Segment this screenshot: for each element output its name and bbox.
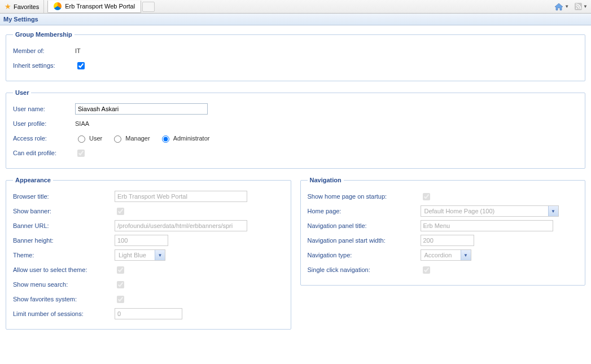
show-search-label: Show menu search: bbox=[13, 281, 115, 288]
nav-type-value: Accordion bbox=[421, 252, 461, 258]
role-manager[interactable]: Manager bbox=[111, 134, 150, 143]
inherit-settings-checkbox[interactable] bbox=[77, 62, 85, 69]
favorites-button[interactable]: ★ Favorites bbox=[0, 0, 44, 13]
show-search-checkbox bbox=[117, 281, 124, 288]
nav-type-select: Accordion ▼ bbox=[421, 249, 471, 261]
browser-tab[interactable]: Erb Transport Web Portal bbox=[47, 1, 141, 13]
role-admin[interactable]: Administrator bbox=[159, 134, 210, 143]
home-button[interactable]: ▼ bbox=[554, 3, 569, 11]
show-banner-checkbox bbox=[117, 208, 124, 215]
home-page-select: Default Home Page (100) ▼ bbox=[421, 205, 559, 217]
home-page-value: Default Home Page (100) bbox=[421, 208, 548, 214]
chevron-down-icon: ▼ bbox=[583, 4, 588, 9]
chevron-down-icon: ▼ bbox=[548, 206, 558, 216]
role-user[interactable]: User bbox=[75, 134, 102, 143]
browser-toolbar: ★ Favorites Erb Transport Web Portal ▼ ▼ bbox=[0, 0, 591, 14]
allow-theme-checkbox bbox=[117, 266, 124, 274]
theme-select: Light Blue ▼ bbox=[115, 249, 165, 261]
member-of-label: Member of: bbox=[13, 47, 75, 54]
appearance-legend: Appearance bbox=[13, 177, 53, 183]
start-width-label: Navigation panel start width: bbox=[308, 237, 421, 244]
tab-title: Erb Transport Web Portal bbox=[65, 3, 135, 10]
browser-title-input bbox=[115, 191, 247, 202]
show-home-checkbox bbox=[423, 193, 430, 200]
role-manager-radio[interactable] bbox=[114, 135, 121, 143]
nav-type-label: Navigation type: bbox=[308, 252, 421, 258]
panel-title-label: Navigation panel title: bbox=[308, 222, 421, 229]
new-tab-button[interactable] bbox=[142, 2, 155, 12]
tab-favicon-icon bbox=[54, 2, 62, 10]
profile-value: SIAA bbox=[75, 120, 89, 127]
show-banner-label: Show banner: bbox=[13, 208, 115, 214]
rss-icon bbox=[575, 3, 582, 10]
can-edit-label: Can edit profile: bbox=[13, 150, 75, 156]
username-label: User name: bbox=[13, 106, 75, 112]
role-user-radio[interactable] bbox=[78, 135, 85, 143]
username-input[interactable] bbox=[75, 103, 208, 115]
show-fav-checkbox bbox=[117, 296, 124, 303]
single-click-label: Single click navigation: bbox=[308, 266, 421, 273]
theme-label: Theme: bbox=[13, 252, 115, 258]
role-admin-radio[interactable] bbox=[162, 135, 169, 143]
group-membership-fieldset: Group Membership Member of: IT Inherit s… bbox=[6, 31, 585, 81]
user-fieldset: User User name: User profile: SIAA Acces… bbox=[6, 89, 585, 169]
banner-url-label: Banner URL: bbox=[13, 222, 115, 229]
single-click-checkbox bbox=[423, 266, 430, 274]
browser-title-label: Browser title: bbox=[13, 193, 115, 200]
home-page-label: Home page: bbox=[308, 208, 421, 214]
favorites-label: Favorites bbox=[14, 3, 39, 10]
user-legend: User bbox=[13, 89, 31, 96]
chevron-down-icon: ▼ bbox=[564, 4, 569, 9]
inherit-settings-label: Inherit settings: bbox=[13, 62, 75, 69]
member-of-value: IT bbox=[75, 47, 81, 54]
profile-label: User profile: bbox=[13, 120, 75, 127]
access-role-radio-group: User Manager Administrator bbox=[75, 134, 209, 143]
svg-point-1 bbox=[576, 7, 577, 9]
access-role-label: Access role: bbox=[13, 135, 75, 142]
navigation-legend: Navigation bbox=[308, 177, 344, 183]
banner-height-input bbox=[115, 235, 168, 246]
can-edit-checkbox bbox=[77, 150, 85, 157]
limit-sessions-label: Limit number of sessions: bbox=[13, 310, 115, 317]
banner-height-label: Banner height: bbox=[13, 237, 115, 244]
show-home-label: Show home page on startup: bbox=[308, 193, 421, 200]
page-title: My Settings bbox=[0, 14, 591, 25]
banner-url-input bbox=[115, 220, 247, 231]
group-membership-legend: Group Membership bbox=[13, 31, 75, 38]
chevron-down-icon: ▼ bbox=[461, 250, 471, 260]
show-fav-label: Show favorites system: bbox=[13, 296, 115, 302]
panel-title-input bbox=[421, 220, 553, 231]
home-icon bbox=[554, 3, 563, 11]
chevron-down-icon: ▼ bbox=[155, 250, 165, 260]
appearance-fieldset: Appearance Browser title: Show banner: B… bbox=[6, 177, 291, 330]
allow-theme-label: Allow user to select theme: bbox=[13, 266, 115, 273]
start-width-input bbox=[421, 235, 474, 246]
content-area: Group Membership Member of: IT Inherit s… bbox=[0, 25, 591, 335]
rss-button[interactable]: ▼ bbox=[575, 3, 588, 10]
limit-sessions-input bbox=[115, 308, 182, 319]
navigation-fieldset: Navigation Show home page on startup: Ho… bbox=[300, 177, 586, 286]
star-icon: ★ bbox=[5, 2, 11, 11]
theme-value: Light Blue bbox=[115, 252, 155, 258]
